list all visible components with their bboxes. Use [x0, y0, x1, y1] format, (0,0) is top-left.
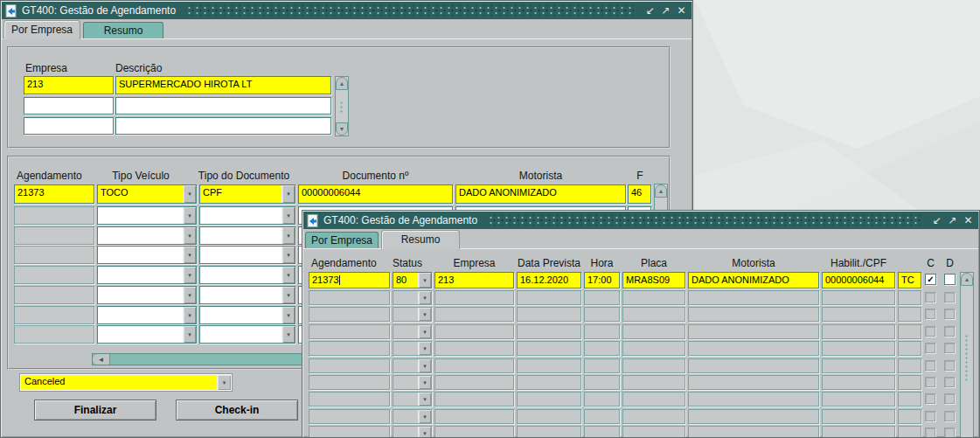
scrollbar-thumb[interactable]: [964, 334, 970, 382]
dropdown-arrow-icon[interactable]: ▾: [281, 227, 295, 244]
data-prevista-cell-empty[interactable]: [517, 358, 581, 373]
data-prevista-cell[interactable]: 16.12.2020: [517, 272, 581, 289]
hora-cell-empty[interactable]: [584, 426, 620, 438]
extra-cell-empty[interactable]: [898, 358, 921, 373]
habilit-cpf-cell-empty[interactable]: [822, 341, 895, 356]
tipo-veiculo-combo-empty[interactable]: ▾: [97, 306, 197, 324]
tipo-documento-combo-empty-value[interactable]: [200, 307, 281, 323]
dropdown-arrow-icon[interactable]: ▾: [281, 287, 295, 303]
status-combo-empty[interactable]: ▾: [393, 392, 432, 407]
placa-cell[interactable]: MRA8S09: [622, 272, 685, 289]
f-cell[interactable]: 46: [628, 184, 651, 204]
dropdown-arrow-icon[interactable]: ▾: [183, 287, 196, 303]
tipo-veiculo-combo[interactable]: TOCO ▾: [97, 184, 197, 204]
agendamento-cell-empty[interactable]: [309, 409, 390, 424]
motorista-cell[interactable]: DADO ANONIMIZADO: [688, 272, 819, 289]
agendamento-cell-empty[interactable]: [309, 426, 390, 438]
tipo-documento-combo-empty[interactable]: ▾: [199, 246, 295, 264]
extra-cell[interactable]: TC: [898, 272, 921, 289]
d-checkbox-empty[interactable]: [944, 411, 955, 421]
habilit-cpf-cell-empty[interactable]: [822, 358, 895, 373]
tipo-veiculo-combo-empty[interactable]: ▾: [97, 246, 197, 264]
placa-cell-empty[interactable]: [622, 426, 685, 438]
hora-cell-empty[interactable]: [584, 324, 620, 339]
tipo-veiculo-combo-empty-value[interactable]: [98, 326, 183, 343]
dropdown-arrow-icon[interactable]: ▾: [281, 247, 295, 263]
c-checkbox-empty[interactable]: [925, 393, 935, 404]
agendamento-cell-empty[interactable]: [309, 290, 390, 305]
status-combo-empty[interactable]: ▾: [393, 426, 432, 438]
habilit-cpf-cell-empty[interactable]: [822, 324, 895, 339]
tipo-documento-combo-empty-value[interactable]: [200, 227, 281, 244]
d-checkbox-empty[interactable]: [944, 360, 955, 371]
empresa-cell-empty[interactable]: [434, 324, 514, 339]
hora-cell[interactable]: 17:00: [584, 272, 620, 289]
hora-cell-empty[interactable]: [584, 341, 620, 356]
hora-cell-empty[interactable]: [584, 392, 620, 407]
d-checkbox-empty[interactable]: [944, 343, 955, 353]
tipo-veiculo-combo-empty[interactable]: ▾: [97, 266, 197, 284]
motorista-cell-empty[interactable]: [688, 290, 819, 305]
c-checkbox-empty[interactable]: [925, 309, 935, 319]
tab-por-empresa[interactable]: Por Empresa: [305, 232, 379, 248]
scroll-down-icon[interactable]: ▼: [336, 122, 348, 136]
empresa-cell-empty[interactable]: [434, 307, 514, 322]
dropdown-arrow-icon[interactable]: ▾: [418, 325, 431, 338]
habilit-cpf-cell-empty[interactable]: [822, 307, 895, 322]
data-prevista-cell-empty[interactable]: [517, 307, 581, 322]
tipo-documento-combo-empty[interactable]: ▾: [199, 206, 295, 225]
status-combo-empty-value[interactable]: [393, 359, 418, 372]
data-prevista-cell-empty[interactable]: [517, 341, 581, 356]
status-combo-empty[interactable]: ▾: [393, 341, 432, 356]
dropdown-arrow-icon[interactable]: ▾: [281, 326, 295, 343]
habilit-cpf-cell-empty[interactable]: [822, 375, 895, 390]
status-value[interactable]: 80: [393, 273, 418, 288]
documento-cell[interactable]: 00000006044: [298, 184, 453, 204]
back-titlebar[interactable]: GT400: Gestão de Agendamento ↙ ↗ ✕: [2, 2, 692, 19]
empresa-field-empty[interactable]: [24, 117, 114, 135]
dropdown-arrow-icon[interactable]: ▾: [418, 308, 431, 321]
habilit-cpf-cell-empty[interactable]: [822, 392, 895, 407]
placa-cell-empty[interactable]: [622, 324, 685, 339]
status-value[interactable]: Canceled: [21, 375, 217, 390]
tipo-documento-combo-empty-value[interactable]: [200, 287, 281, 303]
tipo-documento-combo-empty[interactable]: ▾: [199, 325, 295, 344]
d-checkbox-empty[interactable]: [944, 309, 955, 319]
empresa-cell-empty[interactable]: [434, 409, 514, 424]
data-prevista-cell-empty[interactable]: [517, 290, 581, 305]
status-combo-empty-value[interactable]: [393, 291, 418, 304]
c-checkbox-empty[interactable]: [925, 343, 935, 353]
motorista-cell[interactable]: DADO ANONIMIZADO: [455, 184, 626, 204]
agendamento-cell-empty[interactable]: [14, 286, 94, 304]
tipo-documento-combo-empty-value[interactable]: [200, 207, 281, 224]
status-combo-empty-value[interactable]: [393, 393, 418, 406]
tipo-veiculo-value[interactable]: TOCO: [98, 185, 183, 203]
extra-cell-empty[interactable]: [898, 341, 921, 356]
dropdown-arrow-icon[interactable]: ▾: [418, 359, 431, 372]
c-checkbox-empty[interactable]: [925, 360, 935, 371]
agendamento-cell-empty[interactable]: [309, 307, 390, 322]
tipo-veiculo-combo-empty-value[interactable]: [98, 287, 183, 303]
extra-cell-empty[interactable]: [898, 307, 921, 322]
data-prevista-cell-empty[interactable]: [517, 392, 581, 407]
tipo-documento-combo-empty[interactable]: ▾: [199, 226, 295, 245]
agendamento-cell[interactable]: 21373: [14, 184, 94, 204]
status-combo-empty-value[interactable]: [393, 427, 418, 438]
status-combo-empty-value[interactable]: [393, 308, 418, 321]
placa-cell-empty[interactable]: [622, 307, 685, 322]
placa-cell-empty[interactable]: [622, 290, 685, 305]
c-checkbox-empty[interactable]: [925, 428, 935, 438]
maximize-icon[interactable]: ↗: [946, 212, 959, 228]
extra-cell-empty[interactable]: [898, 426, 921, 438]
agendamento-cell-empty[interactable]: [14, 246, 94, 264]
dropdown-arrow-icon[interactable]: ▾: [418, 410, 431, 423]
tipo-documento-combo-empty[interactable]: ▾: [199, 286, 295, 304]
habilit-cpf-cell-empty[interactable]: [822, 290, 895, 305]
c-checkbox-empty[interactable]: [925, 377, 935, 387]
tipo-veiculo-combo-empty[interactable]: ▾: [97, 325, 197, 344]
scroll-up-icon[interactable]: ▲: [655, 184, 667, 198]
motorista-cell-empty[interactable]: [688, 426, 819, 438]
dropdown-arrow-icon[interactable]: ▾: [183, 267, 196, 283]
agendamento-cell-empty[interactable]: [14, 206, 94, 225]
hora-cell-empty[interactable]: [584, 307, 620, 322]
